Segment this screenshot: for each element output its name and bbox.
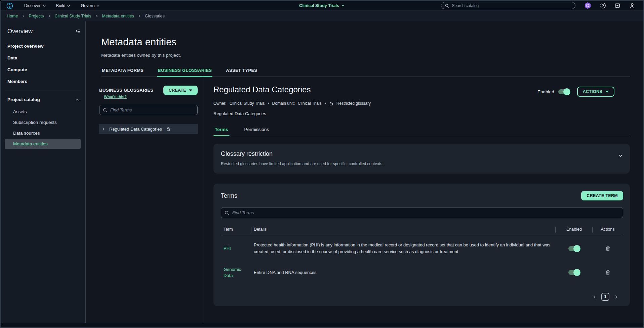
terms-card-title: Terms [221,192,237,199]
delete-term-button[interactable] [605,246,611,251]
main-content: Metadata entities Metadata entities owne… [86,21,643,323]
glossary-tree-item[interactable]: Regulated Data Categories [99,124,198,134]
breadcrumb-home[interactable]: Home [7,14,18,18]
glossary-search-input[interactable] [110,107,194,112]
whats-this-link[interactable]: What's this? [104,95,127,99]
app-window: Discover Build Govern Clinical Study Tri… [0,0,644,328]
chevron-up-icon [75,98,79,102]
breadcrumb-metadata-entities[interactable]: Metadata entities [102,14,134,18]
top-navigation-bar: Discover Build Govern Clinical Study Tri… [1,1,643,11]
sidebar-item-compute[interactable]: Compute [7,67,81,72]
terms-search-input[interactable] [232,210,620,215]
actions-button[interactable]: ACTIONS [577,87,614,97]
breadcrumb-project-name[interactable]: Clinical Study Trials [55,14,91,18]
feedback-icon[interactable] [614,3,620,9]
column-header-enabled: Enabled [558,227,590,232]
tab-business-glossaries[interactable]: BUSINESS GLOSSARIES [157,68,212,77]
chevron-right-icon [614,295,618,299]
glossary-enabled-toggle[interactable] [558,89,570,94]
terms-table-header: Term Details Enabled Actions [221,225,623,236]
sidebar-item-metadata-entities[interactable]: Metadata entities [5,139,81,149]
menu-build-label: Build [56,3,66,8]
glossary-tree-item-label: Regulated Data Categories [109,127,162,132]
page-number-button[interactable]: 1 [601,293,609,301]
user-icon[interactable] [629,3,635,9]
glossary-meta: Owner: Clinical Study Trials • Domain un… [213,101,630,106]
sidebar-item-project-overview[interactable]: Project overview [7,44,81,49]
restriction-card-body: Restricted glossaries have limited appli… [221,161,384,166]
column-header-term: Term [224,227,249,232]
sidebar-item-assets[interactable]: Assets [5,107,81,116]
tab-permissions[interactable]: Permissions [243,127,271,136]
term-details: Protected health information (PHI) is an… [254,242,553,255]
breadcrumb-separator-icon [95,14,98,18]
sidebar-item-subscription-requests[interactable]: Subscription requests [5,118,81,127]
breadcrumb: Home Projects Clinical Study Trials Meta… [1,11,643,21]
datazone-logo-icon[interactable] [6,2,14,10]
menu-govern-label: Govern [81,3,94,8]
breadcrumb-current: Glossaries [145,14,165,18]
terms-card: Terms CREATE TERM Term D [213,184,630,306]
create-term-button[interactable]: CREATE TERM [581,191,623,200]
menu-build[interactable]: Build [56,3,71,8]
entity-tabs: METADATA FORMS BUSINESS GLOSSARIES ASSET… [101,68,630,77]
create-term-label: CREATE TERM [587,193,618,198]
term-enabled-toggle[interactable] [568,270,580,275]
sidebar-section-label: Project catalog [7,97,40,102]
trash-icon [605,270,611,275]
catalog-search [441,2,575,9]
glossary-description: Regulated Data Categories [213,111,630,116]
restriction-card-title: Glossary restriction [221,150,384,157]
term-enabled-toggle[interactable] [568,246,580,251]
chevron-down-icon [96,4,100,8]
chevron-left-icon [592,295,597,299]
sidebar-item-data-sources[interactable]: Data sources [5,128,81,138]
breadcrumb-separator-icon [22,14,25,18]
sidebar-section-project-catalog[interactable]: Project catalog [7,97,81,102]
chevron-right-icon[interactable] [102,127,105,131]
chevron-down-icon [42,4,46,8]
page-title: Metadata entities [101,37,630,48]
glossary-detail-tabs: Terms Permissions [213,127,630,136]
next-page-button[interactable] [614,295,618,299]
terms-search [221,207,623,218]
glossaries-panel: BUSINESS GLOSSARIES What's this? CREATE [99,77,204,323]
tab-metadata-forms[interactable]: METADATA FORMS [101,68,144,77]
column-header-actions: Actions [595,227,620,232]
lock-icon [329,101,333,106]
previous-page-button[interactable] [592,295,597,299]
chevron-down-icon [67,4,71,8]
create-glossary-button[interactable]: CREATE [163,86,198,95]
tab-terms[interactable]: Terms [213,127,230,136]
project-selector[interactable]: Clinical Study Trials [299,3,345,8]
help-icon[interactable]: ? [600,3,606,8]
menu-discover[interactable]: Discover [24,3,46,8]
glossary-title: Regulated Data Categories [213,85,311,94]
term-details: Entire DNA and RNA sequences [254,269,553,276]
tab-asset-types[interactable]: ASSET TYPES [225,68,258,77]
amazon-q-icon[interactable] [584,2,591,9]
expand-section-icon[interactable] [618,150,623,166]
glossary-search [99,105,198,115]
terms-table: Term Details Enabled Actions PHI Protect… [221,225,623,284]
delete-term-button[interactable] [605,270,611,275]
breadcrumb-separator-icon [138,14,141,18]
table-row: Genomic Data Entire DNA and RNA sequence… [221,261,623,284]
breadcrumb-projects[interactable]: Projects [29,14,44,18]
collapse-navigation-icon[interactable] [75,29,81,34]
meta-bullet: • [325,101,326,106]
catalog-search-input[interactable] [452,3,572,8]
help-glyph: ? [602,4,604,8]
term-link-genomic-data[interactable]: Genomic Data [224,267,249,278]
search-icon [103,107,108,113]
meta-bullet: • [268,101,269,106]
menu-govern[interactable]: Govern [81,3,100,8]
restricted-glossary-label: Restricted glossary [336,101,371,106]
term-link-phi[interactable]: PHI [224,245,249,251]
sidebar-item-data[interactable]: Data [7,55,81,60]
sidebar-divider [5,91,81,91]
sidebar-item-members[interactable]: Members [7,79,81,84]
domain-unit-label: Domain unit: [272,101,295,106]
menu-discover-label: Discover [24,3,41,8]
search-icon [445,3,449,8]
